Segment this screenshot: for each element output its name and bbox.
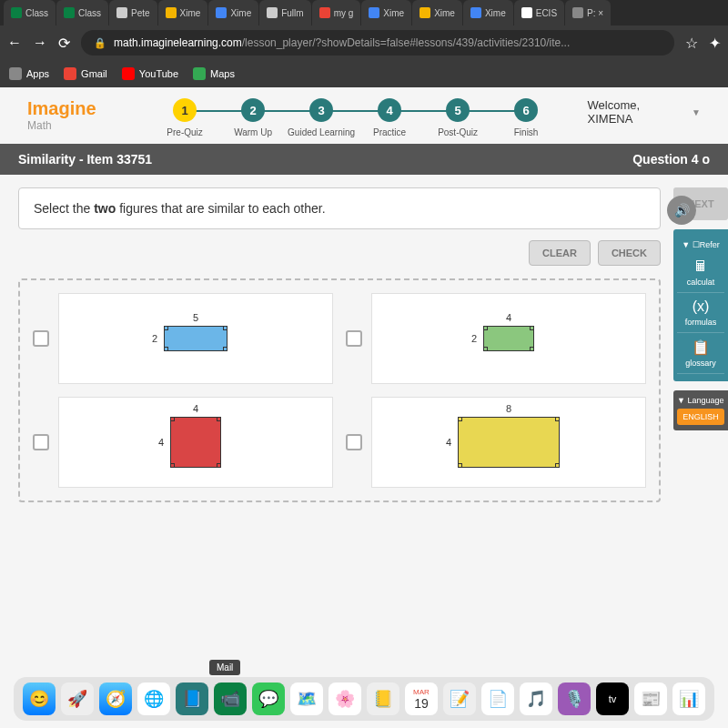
language-panel: ▼ Language ENGLISH: [673, 390, 728, 430]
question-prompt: Select the two figures that are similar …: [18, 187, 661, 229]
contacts-icon[interactable]: 📒: [367, 682, 399, 715]
facetime-icon[interactable]: 📹: [214, 682, 247, 715]
browser-tab[interactable]: my g: [312, 0, 361, 25]
photos-icon[interactable]: 🌸: [329, 682, 361, 715]
tools-panel: ▼ ☐Refer 🖩calculat (x)formulas 📋glossary: [673, 229, 728, 381]
audio-button[interactable]: 🔊: [667, 196, 696, 225]
item-title-bar: Similarity - Item 33751 Question 4 o: [0, 144, 728, 175]
figure-red-square: 44: [58, 397, 333, 488]
forward-button[interactable]: →: [33, 35, 47, 51]
browser-tab[interactable]: Xime: [463, 0, 513, 25]
browser-tab[interactable]: Xime: [412, 0, 462, 25]
step-practice[interactable]: 4Practice: [356, 98, 424, 138]
figure-green-rect: 42: [371, 293, 646, 384]
extensions-icon[interactable]: ✦: [709, 35, 721, 52]
browser-tabs: Class Class Pete Xime Xime Fullm my g Xi…: [0, 0, 728, 25]
app-header: Imagine Math 1Pre-Quiz 2Warm Up 3Guided …: [0, 87, 728, 144]
launchpad-icon[interactable]: 🚀: [61, 682, 94, 715]
bookmark-star-icon[interactable]: ☆: [685, 35, 698, 52]
checkbox[interactable]: [346, 434, 362, 450]
progress-steps: 1Pre-Quiz 2Warm Up 3Guided Learning 4Pra…: [151, 98, 561, 138]
lock-icon: 🔒: [94, 37, 106, 49]
chrome-icon[interactable]: 🌐: [137, 682, 170, 715]
numbers-icon[interactable]: 📊: [672, 682, 705, 715]
step-warm-up[interactable]: 2Warm Up: [219, 98, 288, 138]
dock-tooltip: Mail: [209, 660, 240, 675]
formulas-tool[interactable]: (x)formulas: [677, 293, 724, 333]
notes-icon[interactable]: 📄: [481, 682, 514, 715]
checkbox[interactable]: [33, 330, 49, 347]
clipboard-icon: 📋: [679, 339, 723, 356]
browser-tab[interactable]: Class: [56, 0, 108, 25]
step-finish[interactable]: 6Finish: [492, 98, 561, 138]
clear-button[interactable]: CLEAR: [529, 240, 591, 266]
formula-icon: (x): [679, 298, 723, 315]
item-title: Similarity - Item 33751: [18, 152, 152, 167]
maps-icon[interactable]: 🗺️: [290, 682, 323, 715]
glossary-tool[interactable]: 📋glossary: [677, 333, 724, 374]
reload-button[interactable]: ⟳: [58, 35, 70, 52]
youtube-bookmark[interactable]: YouTube: [122, 67, 178, 80]
browser-tab[interactable]: Xime: [158, 0, 208, 25]
browser-tab[interactable]: Xime: [361, 0, 411, 25]
calculator-tool[interactable]: 🖩calculat: [677, 253, 724, 293]
tools-header[interactable]: ▼ ☐Refer: [677, 237, 724, 253]
calculator-icon: 🖩: [679, 258, 723, 275]
bookmarks-bar: Apps Gmail YouTube Maps: [0, 60, 728, 87]
step-post-quiz[interactable]: 5Post-Quiz: [424, 98, 492, 138]
welcome-user[interactable]: Welcome, XIMENA▼: [588, 98, 701, 126]
checkbox[interactable]: [346, 330, 362, 347]
browser-tab[interactable]: Pete: [109, 0, 157, 25]
answer-option-1[interactable]: 52: [33, 293, 333, 384]
url-field[interactable]: 🔒 math.imaginelearning.com/lesson_player…: [81, 30, 674, 56]
apps-bookmark[interactable]: Apps: [9, 67, 49, 80]
check-button[interactable]: CHECK: [598, 240, 661, 266]
address-bar: ← → ⟳ 🔒 math.imaginelearning.com/lesson_…: [0, 25, 728, 60]
reminders-icon[interactable]: 📝: [443, 682, 476, 715]
figure-yellow-rect: 84: [371, 397, 646, 488]
back-button[interactable]: ←: [7, 35, 22, 51]
finder-icon[interactable]: 😊: [23, 682, 56, 715]
app-icon[interactable]: 📘: [176, 682, 208, 715]
messages-icon[interactable]: 💬: [252, 682, 285, 715]
language-header[interactable]: ▼ Language: [677, 396, 724, 405]
answer-option-4[interactable]: 84: [346, 397, 646, 488]
page-content: Imagine Math 1Pre-Quiz 2Warm Up 3Guided …: [0, 87, 728, 728]
browser-tab[interactable]: P: ×: [565, 0, 611, 25]
step-pre-quiz[interactable]: 1Pre-Quiz: [151, 98, 219, 138]
browser-tab[interactable]: Class: [4, 0, 56, 25]
speaker-icon: 🔊: [674, 203, 690, 217]
checkbox[interactable]: [33, 434, 49, 450]
safari-icon[interactable]: 🧭: [99, 682, 132, 715]
news-icon[interactable]: 📰: [634, 682, 667, 715]
english-button[interactable]: ENGLISH: [677, 409, 724, 425]
step-guided-learning[interactable]: 3Guided Learning: [288, 98, 356, 138]
music-icon[interactable]: 🎵: [520, 682, 552, 715]
question-counter: Question 4 o: [632, 152, 710, 167]
chevron-down-icon: ▼: [692, 107, 701, 117]
answer-area: 52 42 44 84: [18, 278, 661, 502]
figure-blue-rect: 52: [58, 293, 333, 384]
browser-tab[interactable]: ECIS: [514, 0, 564, 25]
browser-tab[interactable]: Xime: [208, 0, 258, 25]
macos-dock: 😊 🚀 🧭 🌐 📘 📹 💬 🗺️ 🌸 📒 MAR19 📝 📄 🎵 🎙️ tv 📰…: [14, 677, 714, 721]
calendar-icon[interactable]: MAR19: [405, 682, 438, 715]
podcasts-icon[interactable]: 🎙️: [558, 682, 591, 715]
answer-option-3[interactable]: 44: [33, 397, 333, 488]
maps-bookmark[interactable]: Maps: [193, 67, 235, 80]
app-logo: Imagine Math: [27, 98, 96, 132]
appletv-icon[interactable]: tv: [596, 682, 629, 715]
answer-option-2[interactable]: 42: [346, 293, 646, 384]
gmail-bookmark[interactable]: Gmail: [64, 67, 107, 80]
browser-tab[interactable]: Fullm: [259, 0, 310, 25]
